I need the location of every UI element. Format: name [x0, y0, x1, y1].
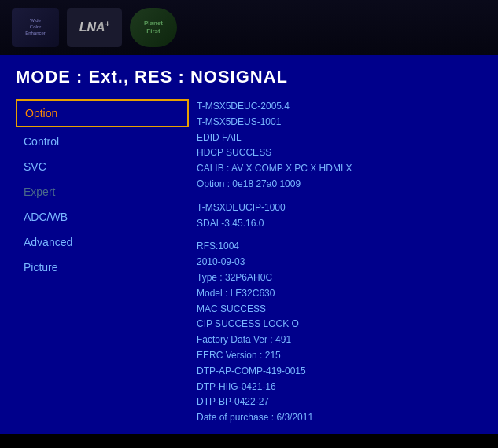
menu-item-advanced[interactable]: Advanced — [16, 230, 189, 255]
menu-info-container: Option Control SVC Expert ADC/WB Advance… — [16, 99, 482, 426]
mode-title: MODE : Ext., RES : NOSIGNAL — [16, 67, 482, 87]
info-line-s3-6: CIP SUCCESS LOCK O — [197, 317, 482, 332]
info-line-s1-1: T-MSX5DEUC-2005.4 — [197, 99, 482, 115]
menu-item-adcwb[interactable]: ADC/WB — [16, 204, 189, 230]
info-line-s2-1: T-MSXDEUCIP-1000 — [197, 200, 482, 216]
info-panel: T-MSX5DEUC-2005.4 T-MSX5DEUS-1001 EDID F… — [189, 99, 482, 426]
info-line-s3-5: MAC SUCCESS — [197, 302, 482, 318]
info-line-s1-3: EDID FAIL — [197, 130, 482, 146]
info-line-s1-6: Option : 0e18 27a0 1009 — [197, 177, 482, 193]
info-line-s2-2: SDAL-3.45.16.0 — [197, 216, 482, 232]
info-line-s3-9: DTP-AP-COMP-419-0015 — [197, 364, 482, 380]
top-bar: WideColorEnhancer LNA+ PlanetFirst — [0, 0, 498, 55]
menu-panel: Option Control SVC Expert ADC/WB Advance… — [16, 99, 189, 426]
menu-item-expert: Expert — [16, 179, 189, 204]
info-line-s1-4: HDCP SUCCESS — [197, 145, 482, 161]
info-line-s3-8: EERC Version : 215 — [197, 348, 482, 364]
logo-lna: LNA+ — [67, 8, 122, 47]
info-line-s3-11: DTP-BP-0422-27 — [197, 395, 482, 410]
info-line-s3-1: RFS:1004 — [197, 239, 482, 255]
menu-item-picture[interactable]: Picture — [16, 255, 189, 280]
info-line-s3-10: DTP-HIIG-0421-16 — [197, 380, 482, 395]
section-gap-1 — [197, 193, 482, 200]
menu-item-control[interactable]: Control — [16, 129, 189, 154]
info-line-s1-5: CALIB : AV X COMP X PC X HDMI X — [197, 161, 482, 177]
main-content: MODE : Ext., RES : NOSIGNAL Option Contr… — [0, 55, 498, 434]
info-line-s3-4: Model : LE32C630 — [197, 286, 482, 302]
info-line-s3-7: Factory Data Ver : 491 — [197, 332, 482, 348]
menu-item-svc[interactable]: SVC — [16, 154, 189, 179]
info-line-s3-3: Type : 32P6AH0C — [197, 270, 482, 286]
section-gap-2 — [197, 231, 482, 239]
info-line-s3-12: Date of purchase : 6/3/2011 — [197, 410, 482, 426]
info-line-s1-2: T-MSX5DEUS-1001 — [197, 115, 482, 130]
logo-planet-first: PlanetFirst — [130, 8, 177, 47]
menu-item-option[interactable]: Option — [16, 99, 189, 127]
logo-wide-color: WideColorEnhancer — [12, 8, 59, 47]
info-line-s3-2: 2010-09-03 — [197, 255, 482, 270]
